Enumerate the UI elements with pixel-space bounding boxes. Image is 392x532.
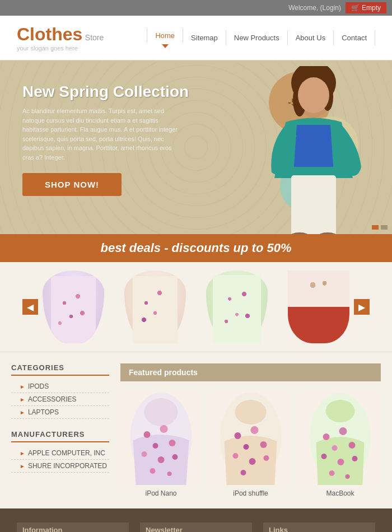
- product-name-3: MacBook: [300, 489, 381, 497]
- svg-point-32: [339, 427, 347, 435]
- sidebar: CATEGORIES ► IPODS ► ACCESSORIES ► LAPTO…: [11, 363, 109, 497]
- arrow-icon: ►: [20, 396, 25, 403]
- manufacturers-title: MANUFACTURERS: [11, 430, 109, 442]
- cart-icon: 🛒: [351, 4, 360, 12]
- svg-point-12: [153, 443, 158, 449]
- top-bar: Welcome, (Login) 🛒 Empty: [0, 0, 392, 16]
- svg-point-36: [338, 459, 344, 465]
- carousel-next-button[interactable]: ▶: [354, 299, 370, 315]
- hero-banner: New Spring Collection Ac blanditur eleme…: [0, 60, 392, 234]
- sidebar-item-laptops[interactable]: ► LAPTOPS: [11, 406, 109, 419]
- svg-point-35: [321, 454, 327, 459]
- arrow-icon: ►: [20, 409, 25, 416]
- footer-links-title: Links: [263, 522, 375, 532]
- carousel-dress-2: [124, 270, 186, 343]
- arrow-icon: ►: [20, 384, 25, 390]
- footer-newsletter-column: Newsletter Your email: Choose: Subscribe…: [140, 522, 252, 532]
- carousel-item-4: [288, 270, 349, 343]
- carousel-prev-button[interactable]: ◀: [22, 299, 38, 315]
- nav-home[interactable]: Home: [147, 28, 183, 43]
- product-name-1: iPod Nano: [120, 489, 202, 497]
- svg-point-9: [144, 398, 178, 426]
- svg-point-27: [264, 455, 269, 461]
- svg-point-26: [249, 458, 256, 465]
- footer-links-column: Links Specials New products Top sellers …: [263, 522, 375, 532]
- svg-point-24: [260, 441, 267, 448]
- svg-point-28: [241, 470, 246, 475]
- svg-point-33: [332, 445, 338, 451]
- carousel-items: [38, 270, 354, 343]
- product-image-1: [120, 390, 202, 485]
- footer: Information Terms and conditions of use …: [0, 508, 392, 532]
- svg-rect-5: [291, 175, 336, 234]
- product-card-2[interactable]: iPod shuffle: [210, 390, 291, 497]
- carousel-dress-1: [43, 270, 104, 343]
- hero-content: New Spring Collection Ac blanditur eleme…: [22, 83, 189, 196]
- product-image-2: [210, 390, 291, 485]
- carousel-item-1: [43, 270, 104, 343]
- hero-description: Ac blanditur elementum mattis. Turpis es…: [22, 106, 179, 162]
- product-name-2: iPod shuffle: [210, 489, 291, 497]
- svg-point-21: [235, 432, 241, 439]
- welcome-text: Welcome, (Login): [288, 4, 341, 12]
- sidebar-item-apple[interactable]: ► APPLE COMPUTER, INC: [11, 447, 109, 460]
- carousel-dress-3: [206, 270, 268, 343]
- cart-button[interactable]: 🛒 Empty: [346, 2, 386, 13]
- deals-banner: best deals - discounts up to 50%: [0, 234, 392, 262]
- nav-home-arrow: [162, 44, 169, 48]
- nav-contact[interactable]: Contact: [334, 30, 375, 45]
- arrow-icon: ►: [20, 463, 25, 469]
- product-card-1[interactable]: iPod Nano: [120, 390, 202, 497]
- hero-title: New Spring Collection: [22, 83, 189, 101]
- svg-point-25: [233, 453, 239, 459]
- svg-point-34: [349, 442, 356, 449]
- logo-brand: Clothes: [17, 24, 82, 44]
- featured-products: Featured products: [120, 363, 381, 497]
- svg-point-15: [158, 456, 165, 463]
- nav-new-products[interactable]: New Products: [226, 30, 288, 45]
- svg-point-38: [329, 470, 335, 476]
- arrow-icon: ►: [20, 450, 25, 456]
- product-carousel: ◀ ▶: [0, 262, 392, 352]
- featured-header: Featured products: [120, 363, 381, 381]
- product-card-3[interactable]: MacBook: [300, 390, 381, 497]
- svg-point-39: [346, 474, 350, 479]
- svg-point-22: [251, 426, 259, 434]
- sidebar-manufacturers: MANUFACTURERS ► APPLE COMPUTER, INC ► SH…: [11, 430, 109, 473]
- deals-text: best deals - discounts up to 50%: [100, 241, 291, 255]
- svg-point-30: [326, 400, 355, 422]
- nav-sitemap[interactable]: Sitemap: [183, 30, 226, 45]
- carousel-item-2: [124, 270, 186, 343]
- nav-about-us[interactable]: About Us: [288, 30, 334, 45]
- shop-now-button[interactable]: SHOP NOW!: [22, 173, 122, 196]
- logo-store: Store: [85, 33, 104, 42]
- hero-model-image: [235, 66, 392, 234]
- footer-newsletter-title: Newsletter: [140, 522, 252, 532]
- sidebar-categories: CATEGORIES ► IPODS ► ACCESSORIES ► LAPTO…: [11, 363, 109, 419]
- svg-point-31: [323, 433, 330, 440]
- svg-point-23: [244, 444, 249, 450]
- main-nav: Home Sitemap New Products About Us Conta…: [147, 28, 375, 48]
- sidebar-item-ipods[interactable]: ► IPODS: [11, 380, 109, 393]
- product-image-3: [300, 390, 381, 485]
- carousel-dress-4: [288, 270, 349, 343]
- logo: Clothes Store your slogan goes here: [17, 24, 104, 52]
- cart-label: Empty: [362, 4, 381, 12]
- carousel-item-3: [206, 270, 268, 343]
- svg-point-18: [167, 472, 172, 476]
- sidebar-item-accessories[interactable]: ► ACCESSORIES: [11, 393, 109, 406]
- main-content: CATEGORIES ► IPODS ► ACCESSORIES ► LAPTO…: [0, 352, 392, 508]
- svg-point-14: [142, 451, 147, 457]
- sidebar-item-shure[interactable]: ► SHURE INCORPORATED: [11, 460, 109, 473]
- svg-point-37: [352, 456, 358, 461]
- svg-point-16: [172, 454, 178, 460]
- svg-point-4: [298, 77, 329, 113]
- header: Clothes Store your slogan goes here Home…: [0, 16, 392, 60]
- footer-info-title: Information: [17, 522, 129, 532]
- svg-point-17: [150, 468, 156, 474]
- logo-slogan: your slogan goes here: [17, 45, 104, 52]
- categories-title: CATEGORIES: [11, 363, 109, 376]
- products-grid: iPod Nano: [120, 390, 381, 497]
- svg-point-10: [144, 431, 151, 438]
- svg-point-11: [160, 425, 168, 433]
